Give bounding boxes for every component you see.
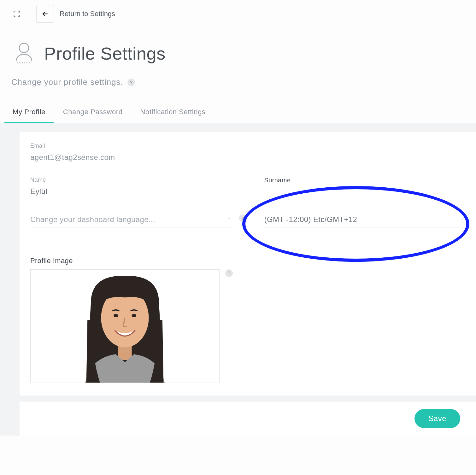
email-label: Email (30, 143, 230, 149)
chevron-down-icon (460, 216, 465, 223)
profile-image-label: Profile Image (30, 257, 465, 265)
timezone-value: (GMT -12:00) Etc/GMT+12 (264, 215, 357, 224)
tabs: My Profile Change Password Notification … (11, 104, 465, 123)
tab-change-password[interactable]: Change Password (62, 104, 124, 123)
svg-point-4 (114, 314, 118, 317)
help-icon[interactable]: ? (239, 214, 247, 222)
fullscreen-icon[interactable] (11, 9, 22, 19)
content-area: Email agent1@tag2sense.com Name Surname (0, 123, 476, 436)
avatar-icon (68, 269, 182, 383)
language-placeholder: Change your dashboard language... (30, 215, 155, 224)
return-to-settings-link[interactable]: Return to Settings (60, 10, 115, 18)
timezone-select[interactable]: (GMT -12:00) Etc/GMT+12 (264, 213, 466, 227)
tab-my-profile[interactable]: My Profile (11, 104, 47, 123)
topbar: Return to Settings (0, 0, 476, 28)
tab-notification-settings[interactable]: Notification Settings (139, 104, 207, 123)
profile-card: Email agent1@tag2sense.com Name Surname (20, 132, 476, 396)
page-title: Profile Settings (44, 43, 166, 64)
name-input[interactable] (30, 185, 232, 199)
profile-icon (11, 40, 37, 67)
page: Profile Settings Change your profile set… (0, 28, 476, 436)
name-label: Name (30, 177, 232, 183)
surname-label: Surname (264, 177, 466, 184)
page-subtitle: Change your profile settings. (11, 77, 123, 87)
svg-point-5 (132, 314, 136, 317)
help-icon[interactable]: ? (225, 269, 233, 277)
language-select[interactable]: Change your dashboard language... (30, 213, 232, 227)
footer-bar: Save (20, 401, 476, 436)
divider (29, 8, 29, 20)
save-button[interactable]: Save (414, 409, 460, 428)
chevron-down-icon (226, 216, 232, 223)
divider (30, 246, 465, 246)
help-icon[interactable]: ? (127, 79, 135, 86)
svg-point-0 (19, 43, 29, 53)
surname-input[interactable] (264, 186, 466, 200)
title-row: Profile Settings (11, 40, 465, 67)
profile-image[interactable] (30, 269, 220, 383)
email-value: agent1@tag2sense.com (30, 151, 230, 165)
back-button[interactable] (36, 5, 54, 23)
